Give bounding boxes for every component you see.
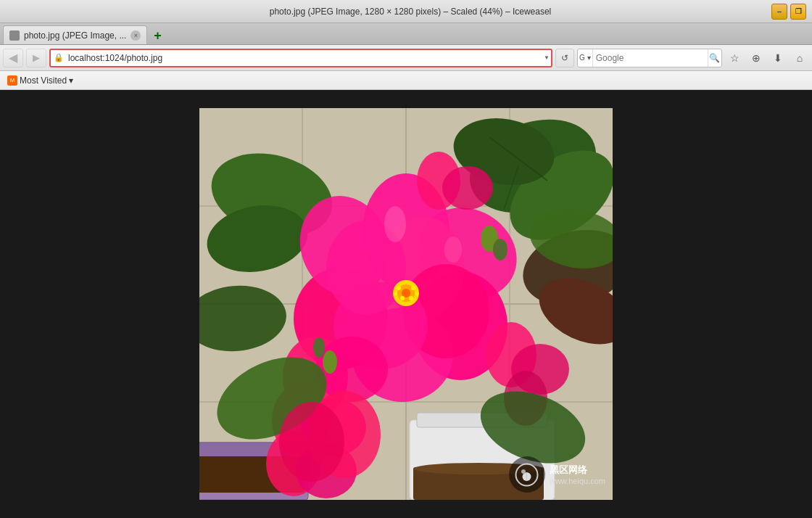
urlbar-container: 🔒 ▼ [49,49,552,67]
window-controls: – ❐ [771,4,806,20]
search-engine-dropdown[interactable]: G ▾ [578,49,593,67]
refresh-button[interactable]: ↺ [555,49,574,67]
search-input[interactable] [593,53,708,63]
svg-point-53 [415,292,419,296]
url-input[interactable] [49,49,552,67]
home-button[interactable]: ⌂ [790,49,809,67]
restore-button[interactable]: ❐ [790,4,806,20]
svg-point-58 [384,206,406,242]
watermark-text: 黑区网络 www.heiqu.com [550,464,605,485]
svg-point-44 [442,166,493,210]
forward-icon: ▶ [33,52,40,63]
svg-point-56 [323,350,337,374]
star-icon: ☆ [730,52,740,64]
svg-point-55 [493,239,508,260]
navbar: ◀ ▶ 🔒 ▼ ↺ G ▾ 🔍 ☆ ⊕ ⬇ ⌂ [0,45,812,71]
refresh-icon: ↺ [561,53,568,63]
home-icon: ⌂ [797,52,803,64]
svg-point-65 [279,402,344,482]
window-title: photo.jpg (JPEG Image, 1280 × 1280 pixel… [49,7,771,17]
tab-label: photo.jpg (JPEG Image, ... [24,30,126,41]
download-icon: ⬇ [774,52,782,64]
download-button[interactable]: ⬇ [768,49,787,67]
close-tab-button[interactable]: × [130,30,141,41]
active-tab[interactable]: photo.jpg (JPEG Image, ... × [3,25,147,44]
flower-image [199,108,613,500]
search-favicon: G ▾ [579,54,591,62]
svg-point-69 [521,469,526,474]
back-button[interactable]: ◀ [3,49,23,67]
svg-point-59 [444,237,462,263]
watermark: 黑区网络 www.heiqu.com [509,456,605,493]
most-visited-label: Most Visited [20,75,67,86]
url-dropdown-button[interactable]: ▼ [544,54,550,61]
minimize-button[interactable]: – [771,4,787,20]
titlebar: photo.jpg (JPEG Image, 1280 × 1280 pixel… [0,0,812,23]
watermark-icon [509,456,545,493]
lock-icon: 🔒 [54,53,64,62]
back-icon: ◀ [9,51,17,65]
homesync-button[interactable]: ⊕ [747,49,766,67]
bookmark-star-button[interactable]: ☆ [725,49,744,67]
content-area: 黑区网络 www.heiqu.com [0,90,812,518]
bookmark-favicon: M [7,75,17,86]
search-icon: 🔍 [709,53,720,63]
svg-point-51 [409,296,413,300]
tabbar: photo.jpg (JPEG Image, ... × + [0,23,812,45]
bookmarks-bar: M Most Visited ▾ [0,71,812,90]
new-tab-button[interactable]: + [149,27,166,44]
photo-display: 黑区网络 www.heiqu.com [199,108,613,500]
most-visited-bookmark[interactable]: M Most Visited ▾ [4,74,76,87]
svg-point-52 [394,292,397,296]
sync-icon: ⊕ [752,52,761,64]
svg-point-48 [397,286,401,290]
svg-point-57 [313,337,325,358]
most-visited-dropdown-icon: ▾ [69,75,73,86]
search-button[interactable]: 🔍 [708,49,721,67]
svg-point-50 [400,296,405,300]
search-container: G ▾ 🔍 [577,49,722,67]
tab-favicon [9,30,20,41]
forward-button[interactable]: ▶ [26,49,46,67]
svg-point-49 [411,286,415,290]
